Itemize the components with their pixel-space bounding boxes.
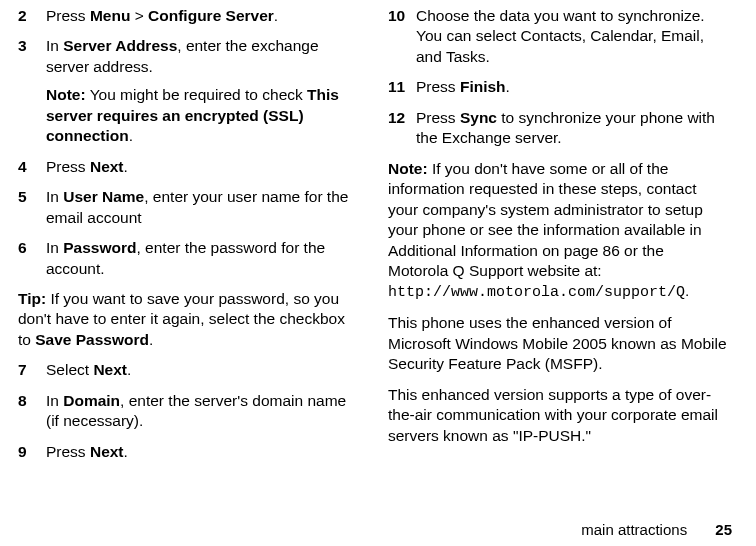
step-number: 9 bbox=[18, 442, 46, 462]
text: > bbox=[130, 7, 148, 24]
text: This phone uses the enhanced version of … bbox=[388, 314, 727, 372]
text: Press bbox=[46, 7, 90, 24]
text: . bbox=[124, 158, 128, 175]
text: . bbox=[685, 282, 689, 299]
section-title: main attractions bbox=[581, 521, 687, 538]
text: . bbox=[274, 7, 278, 24]
text: If you don't have some or all of the inf… bbox=[388, 160, 703, 279]
step-body: Press Next. bbox=[46, 442, 358, 462]
step-number: 8 bbox=[18, 391, 46, 432]
step-4: 4 Press Next. bbox=[18, 157, 358, 177]
text: . bbox=[127, 361, 131, 378]
step-8: 8 In Domain, enter the server's domain n… bbox=[18, 391, 358, 432]
step-body: Press Next. bbox=[46, 157, 358, 177]
step-body: Press Sync to synchronize your phone wit… bbox=[416, 108, 728, 149]
step-11: 11 Press Finish. bbox=[388, 77, 728, 97]
left-column: 2 Press Menu > Configure Server. 3 In Se… bbox=[18, 6, 358, 472]
step-number: 4 bbox=[18, 157, 46, 177]
note-label: Note: bbox=[388, 160, 428, 177]
step-body: Choose the data you want to synchronize.… bbox=[416, 6, 728, 67]
tip-label: Tip: bbox=[18, 290, 46, 307]
text: . bbox=[124, 443, 128, 460]
text: Press bbox=[46, 158, 90, 175]
step-number: 2 bbox=[18, 6, 46, 26]
text: In bbox=[46, 239, 63, 256]
step-number: 5 bbox=[18, 187, 46, 228]
step-body: In User Name, enter your user name for t… bbox=[46, 187, 358, 228]
user-name-label: User Name bbox=[63, 188, 144, 205]
text: . bbox=[149, 331, 153, 348]
text: You might be required to check bbox=[86, 86, 307, 103]
sync-label: Sync bbox=[460, 109, 497, 126]
page-footer: main attractions 25 bbox=[581, 521, 732, 538]
text: . bbox=[506, 78, 510, 95]
msfp-paragraph: This phone uses the enhanced version of … bbox=[388, 313, 728, 374]
page-content: 2 Press Menu > Configure Server. 3 In Se… bbox=[0, 0, 756, 472]
save-password-label: Save Password bbox=[35, 331, 149, 348]
next-label: Next bbox=[90, 443, 124, 460]
step-5: 5 In User Name, enter your user name for… bbox=[18, 187, 358, 228]
support-url: http://www.motorola.com/support/Q bbox=[388, 284, 685, 301]
step-number: 10 bbox=[388, 6, 416, 67]
step-body: Press Finish. bbox=[416, 77, 728, 97]
step-6: 6 In Password, enter the password for th… bbox=[18, 238, 358, 279]
text: Press bbox=[46, 443, 90, 460]
text: In bbox=[46, 392, 63, 409]
text: Choose the data you want to synchronize.… bbox=[416, 7, 705, 65]
text: In bbox=[46, 188, 63, 205]
menu-label: Menu bbox=[90, 7, 130, 24]
page-number: 25 bbox=[715, 521, 732, 538]
step-7: 7 Select Next. bbox=[18, 360, 358, 380]
text: In bbox=[46, 37, 63, 54]
note: Note: You might be required to check Thi… bbox=[46, 85, 358, 146]
password-label: Password bbox=[63, 239, 136, 256]
tip-paragraph: Tip: If you want to save your password, … bbox=[18, 289, 358, 350]
next-label: Next bbox=[93, 361, 127, 378]
step-9: 9 Press Next. bbox=[18, 442, 358, 462]
server-address-label: Server Address bbox=[63, 37, 177, 54]
step-body: In Domain, enter the server's domain nam… bbox=[46, 391, 358, 432]
step-body: Select Next. bbox=[46, 360, 358, 380]
step-3: 3 In Server Address, enter the exchange … bbox=[18, 36, 358, 146]
domain-label: Domain bbox=[63, 392, 120, 409]
step-12: 12 Press Sync to synchronize your phone … bbox=[388, 108, 728, 149]
ip-push-paragraph: This enhanced version supports a type of… bbox=[388, 385, 728, 446]
step-body: In Server Address, enter the exchange se… bbox=[46, 36, 358, 146]
text: This enhanced version supports a type of… bbox=[388, 386, 718, 444]
text: Press bbox=[416, 78, 460, 95]
step-number: 3 bbox=[18, 36, 46, 146]
text: Select bbox=[46, 361, 93, 378]
step-number: 6 bbox=[18, 238, 46, 279]
right-column: 10 Choose the data you want to synchroni… bbox=[388, 6, 728, 472]
text: . bbox=[129, 127, 133, 144]
step-10: 10 Choose the data you want to synchroni… bbox=[388, 6, 728, 67]
step-2: 2 Press Menu > Configure Server. bbox=[18, 6, 358, 26]
step-body: Press Menu > Configure Server. bbox=[46, 6, 358, 26]
next-label: Next bbox=[90, 158, 124, 175]
note-label: Note: bbox=[46, 86, 86, 103]
step-number: 12 bbox=[388, 108, 416, 149]
step-number: 7 bbox=[18, 360, 46, 380]
finish-label: Finish bbox=[460, 78, 506, 95]
note-paragraph: Note: If you don't have some or all of t… bbox=[388, 159, 728, 304]
step-number: 11 bbox=[388, 77, 416, 97]
step-body: In Password, enter the password for the … bbox=[46, 238, 358, 279]
text: Press bbox=[416, 109, 460, 126]
configure-server-label: Configure Server bbox=[148, 7, 274, 24]
